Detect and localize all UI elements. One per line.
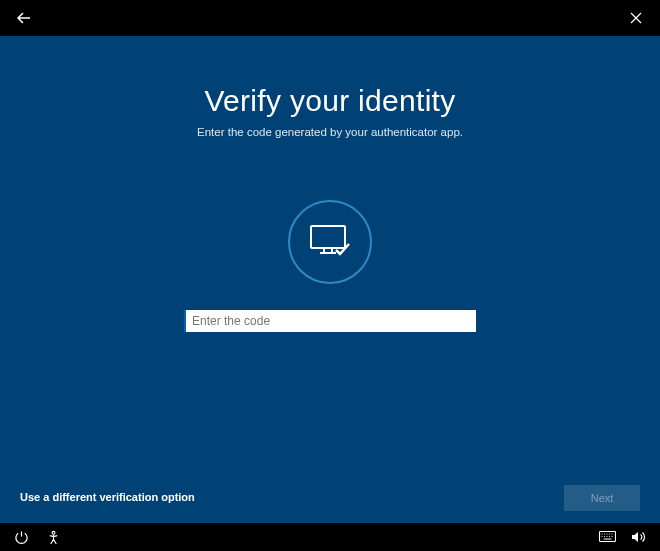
- back-icon[interactable]: [12, 6, 36, 30]
- svg-point-1: [52, 531, 55, 534]
- title-bar: [0, 0, 660, 36]
- next-button[interactable]: Next: [564, 485, 640, 511]
- code-input[interactable]: [184, 310, 476, 332]
- page-title: Verify your identity: [204, 84, 455, 118]
- accessibility-icon[interactable]: [44, 528, 62, 546]
- system-tray: [0, 523, 660, 551]
- monitor-check-icon: [288, 200, 372, 284]
- volume-icon[interactable]: [630, 528, 648, 546]
- power-icon[interactable]: [12, 528, 30, 546]
- alt-verification-link[interactable]: Use a different verification option: [20, 491, 195, 503]
- main-content: Verify your identity Enter the code gene…: [0, 36, 660, 523]
- page-subtitle: Enter the code generated by your authent…: [197, 126, 463, 138]
- close-icon[interactable]: [624, 6, 648, 30]
- svg-rect-0: [311, 226, 345, 248]
- keyboard-icon[interactable]: [598, 528, 616, 546]
